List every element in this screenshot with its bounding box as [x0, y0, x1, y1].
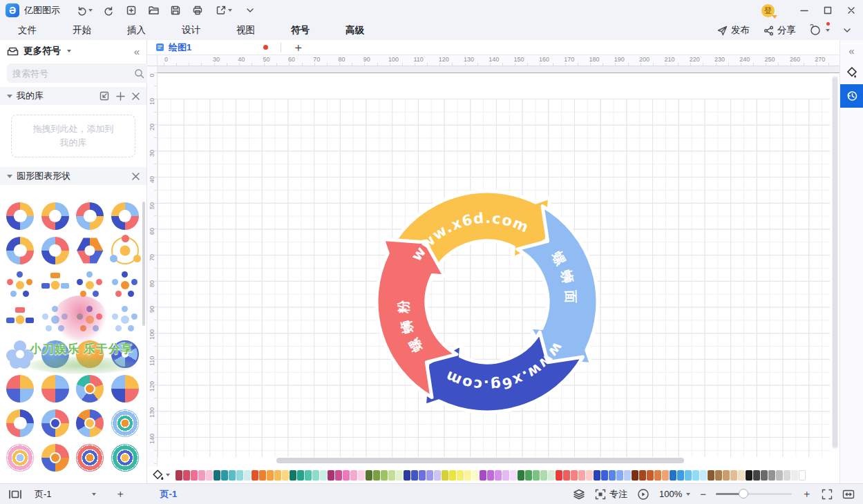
focus-mode-button[interactable]: 专注 — [595, 488, 627, 501]
color-swatch[interactable] — [358, 470, 365, 481]
color-swatch[interactable] — [472, 470, 479, 481]
symbol-item-rings[interactable] — [73, 440, 108, 475]
symbol-item-orbit[interactable] — [108, 233, 143, 268]
close-button[interactable] — [840, 1, 863, 20]
menu-item-4[interactable]: 视图 — [218, 21, 273, 39]
color-swatch[interactable] — [350, 470, 357, 481]
cycle-diagram[interactable]: www.x6d.com螺蛳面www.x6g.com螺蛳粉 — [356, 171, 618, 433]
symbol-item-ball[interactable] — [73, 337, 108, 371]
right-panel-collapse-icon[interactable]: « — [840, 40, 863, 61]
layers-icon[interactable] — [573, 489, 585, 500]
color-swatch[interactable] — [274, 470, 281, 481]
color-swatch[interactable] — [229, 470, 236, 481]
print-button[interactable] — [189, 3, 207, 18]
color-swatch[interactable] — [632, 470, 638, 481]
publish-button[interactable]: 发布 — [712, 22, 755, 39]
page-tab-active[interactable]: 页-1 — [160, 488, 178, 501]
close-section-icon[interactable] — [132, 173, 140, 180]
color-swatch[interactable] — [784, 470, 790, 481]
color-swatch[interactable] — [609, 470, 616, 481]
symbol-item-net[interactable] — [108, 302, 143, 337]
color-swatch[interactable] — [647, 470, 654, 481]
color-swatch[interactable] — [799, 470, 806, 481]
color-swatch[interactable] — [259, 470, 266, 481]
color-swatch[interactable] — [662, 470, 669, 481]
color-swatch[interactable] — [480, 470, 486, 481]
symbol-item-globe[interactable] — [38, 337, 73, 371]
maximize-button[interactable] — [816, 1, 840, 20]
color-swatch[interactable] — [252, 470, 258, 481]
symbol-item-pied[interactable] — [73, 371, 108, 406]
color-swatch[interactable] — [290, 470, 296, 481]
color-swatch[interactable] — [563, 470, 570, 481]
color-swatch[interactable] — [320, 470, 327, 481]
redo-button[interactable] — [100, 3, 118, 18]
symbol-item-net[interactable] — [108, 268, 143, 302]
color-swatch[interactable] — [624, 470, 631, 481]
color-swatch[interactable] — [556, 470, 562, 481]
color-swatch[interactable] — [328, 470, 334, 481]
symbol-item-donut[interactable] — [38, 233, 73, 268]
login-button[interactable]: 登 — [761, 4, 775, 17]
my-library-section-header[interactable]: 我的库 — [0, 87, 146, 105]
minimize-button[interactable] — [793, 1, 816, 20]
symbol-item-rings[interactable] — [3, 440, 38, 475]
symbol-item-net[interactable] — [73, 302, 108, 337]
color-swatch[interactable] — [502, 470, 509, 481]
share-button[interactable]: 分享 — [758, 22, 802, 39]
circular-shapes-section-header[interactable]: 圆形图表形状 — [0, 167, 146, 185]
color-swatch[interactable] — [396, 470, 403, 481]
color-swatch[interactable] — [761, 470, 768, 481]
zoom-level-dropdown[interactable]: 100% — [659, 489, 690, 499]
color-swatch[interactable] — [244, 470, 251, 481]
add-page-button[interactable]: ＋ — [115, 487, 126, 501]
page-dropdown[interactable]: 页-1 — [35, 488, 96, 501]
undo-button[interactable] — [73, 3, 96, 18]
zoom-out-button[interactable]: − — [700, 488, 706, 500]
color-swatch[interactable] — [221, 470, 228, 481]
drawing-canvas[interactable]: www.x6d.com螺蛳面www.x6g.com螺蛳粉 — [158, 66, 840, 467]
add-library-icon[interactable] — [116, 92, 125, 101]
menu-item-2[interactable]: 插入 — [109, 21, 164, 39]
color-swatch[interactable] — [442, 470, 448, 481]
panel-scrollbar[interactable] — [142, 202, 145, 326]
menu-item-3[interactable]: 设计 — [164, 21, 218, 39]
color-swatch[interactable] — [487, 470, 494, 481]
color-swatch[interactable] — [176, 470, 182, 481]
color-swatch[interactable] — [434, 470, 441, 481]
color-swatch[interactable] — [571, 470, 578, 481]
color-swatch[interactable] — [198, 470, 205, 481]
color-swatch[interactable] — [723, 470, 730, 481]
color-swatch[interactable] — [297, 470, 304, 481]
color-swatch[interactable] — [404, 470, 410, 481]
presentation-play-icon[interactable] — [637, 488, 649, 501]
color-swatch[interactable] — [343, 470, 350, 481]
zoom-in-button[interactable]: ＋ — [802, 487, 812, 501]
color-swatch[interactable] — [768, 470, 775, 481]
format-paint-button[interactable] — [840, 61, 863, 84]
color-swatch[interactable] — [510, 470, 517, 481]
section-expand-icon[interactable] — [7, 175, 12, 178]
color-swatch[interactable] — [518, 470, 524, 481]
zoom-slider-knob[interactable] — [739, 489, 748, 498]
color-swatch[interactable] — [540, 470, 547, 481]
color-swatch[interactable] — [548, 470, 555, 481]
color-swatch[interactable] — [183, 470, 190, 481]
color-swatch[interactable] — [312, 470, 319, 481]
symbol-item-donut[interactable] — [3, 199, 38, 233]
color-swatch[interactable] — [692, 470, 699, 481]
menu-item-5[interactable]: 符号 — [273, 21, 328, 39]
color-swatch[interactable] — [388, 470, 395, 481]
color-swatch[interactable] — [411, 470, 418, 481]
color-swatch[interactable] — [214, 470, 220, 481]
color-swatch[interactable] — [738, 470, 745, 481]
symbol-item-donut[interactable] — [38, 199, 73, 233]
color-swatch[interactable] — [639, 470, 646, 481]
symbol-item-pie[interactable] — [108, 371, 143, 406]
symbol-item-net[interactable] — [73, 268, 108, 302]
symbol-item-net[interactable] — [3, 268, 38, 302]
symbol-item-pied[interactable] — [38, 406, 73, 440]
color-swatch[interactable] — [730, 470, 737, 481]
library-drop-zone[interactable]: 拖拽到此处，添加到我的库 — [11, 115, 135, 157]
symbol-item-donut[interactable] — [73, 199, 108, 233]
